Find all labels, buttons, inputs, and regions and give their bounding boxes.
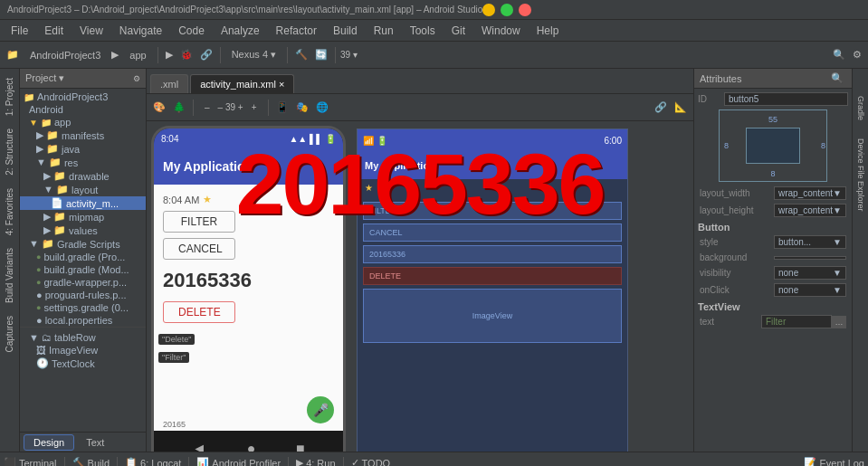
- onclick-value[interactable]: none ▼: [774, 283, 846, 297]
- structure-tab[interactable]: 2: Structure: [2, 123, 17, 181]
- build-tab[interactable]: 🔨 Build: [72, 457, 110, 466]
- locale-icon[interactable]: 🌐: [313, 100, 331, 115]
- tree-proguard[interactable]: ● proguard-rules.p...: [20, 289, 146, 301]
- tree-textclock[interactable]: 🕐 TextClock: [20, 357, 146, 370]
- bp-delete-btn[interactable]: DELETE: [363, 267, 622, 285]
- tree-imageview[interactable]: 🖼 ImageView: [20, 344, 146, 357]
- api-label[interactable]: 39 ▾: [340, 50, 358, 60]
- tree-drawable[interactable]: ▶ 📁 drawable: [20, 169, 146, 183]
- nav-back-icon[interactable]: ◄: [192, 441, 206, 452]
- tab-xml[interactable]: .xml: [150, 74, 188, 93]
- tree-local-properties[interactable]: ● local.properties: [20, 314, 146, 327]
- id-value[interactable]: button5: [724, 92, 848, 106]
- menu-tools[interactable]: Tools: [403, 23, 443, 39]
- maximize-button[interactable]: [501, 4, 513, 16]
- gradle-tab[interactable]: Gradle: [856, 96, 865, 120]
- project-selector[interactable]: AndroidProject3: [24, 47, 107, 63]
- theme-icon[interactable]: 🎭: [293, 100, 311, 115]
- module-selector[interactable]: app: [123, 47, 152, 63]
- attach-icon[interactable]: 🔗: [197, 47, 215, 62]
- nav-square-icon[interactable]: ■: [296, 441, 305, 452]
- menu-file[interactable]: File: [4, 23, 35, 39]
- phone-time: 8:04: [161, 134, 178, 144]
- profiler-tab[interactable]: 📊 Android Profiler: [196, 457, 281, 466]
- tree-mipmap[interactable]: ▶ 📁 mipmap: [20, 210, 146, 223]
- tree-gradle-wrapper[interactable]: ● gradle-wrapper.p...: [20, 276, 146, 289]
- project-tab[interactable]: 1: Project: [2, 72, 17, 121]
- local-props-icon: ●: [36, 315, 43, 326]
- menu-navigate[interactable]: Navigate: [112, 23, 169, 39]
- text-more-btn[interactable]: …: [832, 316, 846, 328]
- tree-manifests[interactable]: ▶ 📁 manifests: [20, 128, 146, 142]
- layout-width-value[interactable]: wrap_content ▼: [774, 186, 846, 200]
- palette-icon[interactable]: 🎨: [150, 100, 168, 115]
- device-selector[interactable]: Nexus 4 ▾: [225, 46, 282, 63]
- phone-delete-btn[interactable]: DELETE: [163, 301, 235, 323]
- tree-res[interactable]: ▼ 📁 res: [20, 156, 146, 169]
- tree-settings-gradle[interactable]: ● settings.gradle (0...: [20, 301, 146, 314]
- close-button[interactable]: [519, 4, 531, 16]
- tree-android[interactable]: Android: [20, 103, 146, 116]
- tree-gradle-scripts[interactable]: ▼ 📁 Gradle Scripts: [20, 237, 146, 251]
- run-icon[interactable]: ▶: [163, 47, 176, 62]
- menu-code[interactable]: Code: [171, 23, 212, 39]
- menu-git[interactable]: Git: [444, 23, 472, 39]
- menu-analyze[interactable]: Analyze: [214, 23, 267, 39]
- menu-window[interactable]: Window: [474, 23, 528, 39]
- build-variants-tab[interactable]: Build Variants: [2, 243, 17, 309]
- tab-design[interactable]: Design: [24, 434, 74, 451]
- device-file-explorer-tab[interactable]: Device File Explorer: [856, 138, 865, 212]
- tree-build-gradle-pro[interactable]: ● build.gradle (Pro...: [20, 251, 146, 263]
- tab-text[interactable]: Text: [76, 434, 114, 451]
- tree-app[interactable]: ▼ 📁 app: [20, 116, 146, 128]
- event-log-tab[interactable]: 📝 Event Log: [804, 457, 864, 466]
- menu-edit[interactable]: Edit: [37, 23, 71, 39]
- tree-java[interactable]: ▶ 📁 java: [20, 142, 146, 156]
- orient-icon[interactable]: 📱: [273, 100, 291, 115]
- minimize-button[interactable]: [482, 4, 495, 16]
- background-value[interactable]: [774, 256, 846, 260]
- tree-root-label: AndroidProject3: [37, 91, 108, 102]
- layout-height-value[interactable]: wrap_content ▼: [774, 204, 846, 217]
- menu-build[interactable]: Build: [326, 23, 365, 39]
- design-sep-1: [193, 100, 194, 116]
- tree-values[interactable]: ▶ 📁 values: [20, 223, 146, 237]
- terminal-tab[interactable]: ⬛ Terminal: [4, 457, 57, 466]
- logcat-tab[interactable]: 📋 6: Logcat: [125, 457, 181, 466]
- search-icon[interactable]: 🔍: [830, 47, 848, 62]
- tree-activity-main[interactable]: 📄 activity_m...: [20, 196, 146, 210]
- captures-tab[interactable]: Captures: [2, 310, 17, 358]
- design-zoom-in[interactable]: +: [245, 100, 263, 115]
- sync-icon[interactable]: 🔄: [312, 47, 330, 62]
- props-search-icon[interactable]: 🔍: [828, 71, 846, 86]
- layout-editor-icon[interactable]: 📐: [672, 100, 690, 115]
- menu-refactor[interactable]: Refactor: [269, 23, 324, 39]
- tree-tablerow[interactable]: ▼ 🗂 tableRow: [20, 331, 146, 344]
- bp-filter-btn[interactable]: FILTER: [363, 202, 622, 220]
- text-value[interactable]: Filter: [761, 315, 832, 328]
- component-tree-icon[interactable]: 🌲: [170, 100, 188, 115]
- menu-help[interactable]: Help: [529, 23, 567, 39]
- tree-drawable-label: drawable: [69, 171, 110, 182]
- run-tab[interactable]: ▶ 4: Run: [296, 457, 335, 466]
- style-value[interactable]: button... ▼: [774, 235, 846, 249]
- debug-icon[interactable]: 🐞: [177, 47, 196, 62]
- tree-layout[interactable]: ▼ 📁 layout: [20, 183, 146, 196]
- settings-icon[interactable]: ⚙: [850, 47, 864, 62]
- mic-fab[interactable]: 🎤: [307, 396, 334, 423]
- tab-activity-main[interactable]: activity_main.xml ×: [190, 74, 294, 93]
- menu-view[interactable]: View: [72, 23, 110, 39]
- nav-home-icon[interactable]: ●: [247, 441, 256, 452]
- todo-tab[interactable]: ✓ TODO: [351, 457, 391, 466]
- phone-cancel-btn[interactable]: CANCEL: [163, 238, 235, 260]
- build-icon[interactable]: 🔨: [292, 47, 310, 62]
- menu-run[interactable]: Run: [367, 23, 401, 39]
- favorites-tab[interactable]: 4: Favorites: [2, 183, 17, 241]
- tree-build-gradle-mod[interactable]: ● build.gradle (Mod...: [20, 263, 146, 276]
- visibility-value[interactable]: none ▼: [774, 266, 846, 280]
- design-zoom-out[interactable]: –: [198, 100, 216, 115]
- bp-cancel-btn[interactable]: CANCEL: [363, 223, 622, 242]
- tree-root[interactable]: 📁 AndroidProject3: [20, 90, 146, 103]
- constraints-icon[interactable]: 🔗: [652, 100, 670, 115]
- phone-filter-btn[interactable]: FILTER: [163, 211, 235, 233]
